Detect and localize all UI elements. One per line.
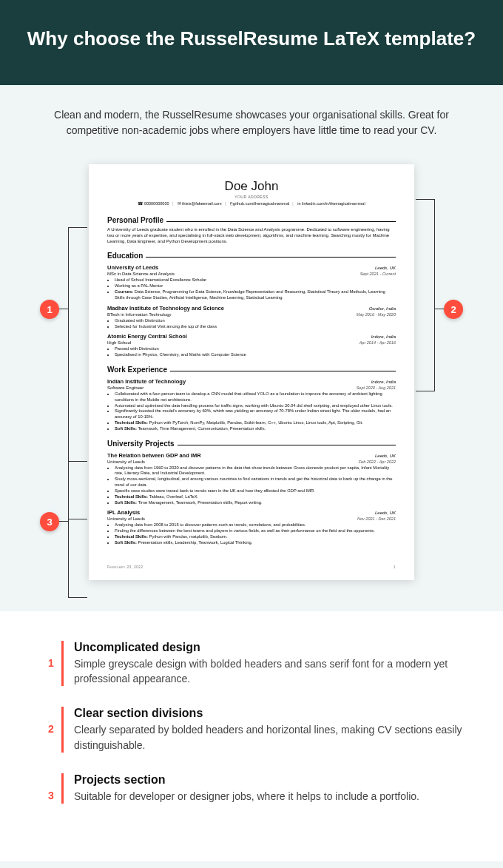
resume-preview: Doe John YOUR ADDRESS ☎ 00000000000| ✉ t… [89,164,414,580]
feature-desc: Suitable for developer or designer jobs,… [74,789,462,804]
footer-page: 1 [394,565,396,569]
resume-footer: February 23, 2022 1 [107,565,396,569]
resume-entry: Indian Institute of TechnologyIndore, In… [107,378,396,432]
header: Why choose the RusselResume LaTeX templa… [0,0,503,85]
bullet: Analysing data from 2008 to 2015 to disc… [115,522,396,528]
feature-title: Projects section [74,773,462,787]
feature-item: 3Projects sectionSuitable for developer … [41,773,462,804]
bullet: Soft Skills: Presentation skills, Leader… [115,540,396,546]
bracket-2-stem [435,309,444,309]
page-title: Why choose the RusselResume LaTeX templa… [15,26,488,52]
bullet: Graduated with Distinction [115,318,396,324]
callout-marker-1: 1 [40,300,59,319]
feature-item: 1Uncomplicated designSimple greyscale de… [41,641,462,687]
resume-address: YOUR ADDRESS [107,195,396,199]
callout-marker-3: 3 [40,512,59,531]
bullet: Passed with Distinction [115,346,396,352]
feature-number: 1 [41,641,61,687]
bullet: Head of School International Excellence … [115,277,396,283]
section-education: Education [107,252,396,260]
contact-linkedin: in linkedin.com/in/themagicalmammal [297,201,365,206]
bracket-1-stem [59,309,68,309]
bullet: Finding the differences between the best… [115,528,396,534]
bullet: Technical Skills: Python with Pandas, ma… [115,534,396,540]
bullet: Study cross-sectional, longitudinal, and… [115,477,396,488]
resume-entry: IPL AnalysisLeeds, UKUniversity of Leeds… [107,509,396,545]
bullet: Automated and optimised the data handlin… [115,403,396,409]
bracket-3 [68,461,87,598]
bullet: Collaborated with a four-person team to … [115,391,396,403]
section-work: Work Experience [107,366,396,374]
bullet: Analysing data from 1960 to 2020 and dis… [115,465,396,477]
callout-marker-2: 2 [444,300,463,319]
bracket-2 [416,199,435,391]
bullet: Specific case studies were traced back t… [115,488,396,494]
feature-title: Clear section divisions [74,707,462,720]
intro-text: Clean and modern, the RusselResume showc… [0,85,503,153]
resume-name: Doe John [107,179,396,194]
contact-email: ✉ thisis@fakeemail.com [178,201,222,206]
feature-number: 3 [41,773,61,804]
bullet: Technical Skills: Python with PyTorch, N… [115,420,396,426]
bullet: Selected for Industrial Visit among the … [115,324,396,330]
bullet: Working as a PAL Mentor [115,283,396,289]
resume-entry: Madhav Institute of Technology and Scien… [107,305,396,330]
profile-text: A University of Leeds graduate student w… [107,227,396,244]
resume-contacts: ☎ 00000000000| ✉ thisis@fakeemail.com| ⎘… [107,201,396,209]
resume-entry: Atomic Energy Central SchoolIndore, Indi… [107,333,396,358]
bullet: Technical Skills: Tableau, Overleaf, LaT… [115,494,396,500]
bullet: Significantly boosted the model's accura… [115,408,396,420]
feature-desc: Clearly separated by bolded headers and … [74,722,462,753]
bracket-3-stem [59,521,68,522]
bullet: Specialised in Physics, Chemistry, and M… [115,352,396,358]
features-section: 1Uncomplicated designSimple greyscale de… [0,611,503,861]
feature-number: 2 [41,707,61,753]
bullet: Soft Skills: Teamwork, Time Management, … [115,426,396,432]
bullet: Soft Skills: Time Management, Teamwork, … [115,500,396,506]
contact-phone: ☎ 00000000000 [138,201,169,206]
resume-entry: University of LeedsLeeds, UKMSc in Data … [107,264,396,300]
bullet: Courses: Data Science, Programming for D… [115,289,396,301]
feature-title: Uncomplicated design [74,641,462,654]
section-projects: University Projects [107,440,396,448]
feature-item: 2Clear section divisionsClearly separate… [41,707,462,753]
resume-entry: The Relation between GDP and IMRLeeds, U… [107,452,396,506]
section-profile: Personal Profile [107,216,396,225]
resume-area: 1 2 3 Doe John YOUR ADDRESS ☎ 0000000000… [0,153,503,602]
footer-date: February 23, 2022 [107,565,143,569]
feature-desc: Simple greyscale design with bolded head… [74,656,462,687]
contact-github: ⎘ github.com/themagicalmammal [230,201,290,206]
